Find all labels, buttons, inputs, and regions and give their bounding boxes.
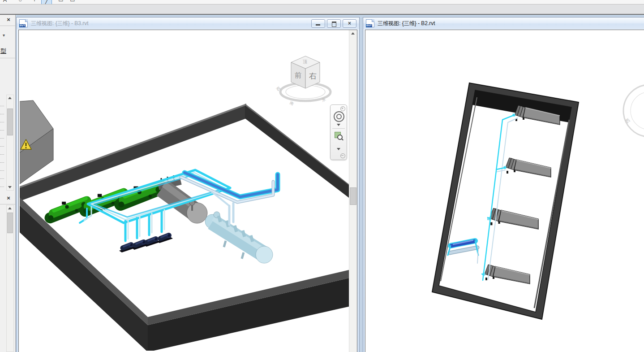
- ribbon-bottom-strip: A ○ + ╱ ▭ ▭: [0, 0, 644, 4]
- minimize-button[interactable]: [311, 19, 325, 28]
- svg-text:前: 前: [295, 71, 301, 79]
- close-hidden-windows-icon[interactable]: ▭: [56, 0, 65, 4]
- plus-tool-icon[interactable]: +: [31, 0, 38, 4]
- view-window-b2: RVT 三维视图: {三维} - B2.rvt: [363, 17, 644, 352]
- scroll-thumb[interactable]: [7, 213, 13, 233]
- zoom-dropdown-icon[interactable]: [337, 148, 340, 150]
- scroll-down-icon[interactable]: [8, 186, 12, 188]
- titlebar-b3[interactable]: RVT 三维视图: {三维} - B3.rvt ×: [17, 17, 359, 29]
- divider: [332, 128, 345, 129]
- project-browser-sliver: ×: [0, 193, 16, 352]
- rvt-file-icon: RVT: [366, 19, 374, 27]
- property-grid-rows: [0, 98, 4, 195]
- revit-mdi-workspace: { "ribbon_icons": [ {"name": "text-a-ico…: [0, 0, 644, 352]
- close-button[interactable]: ×: [343, 19, 356, 28]
- restore-button[interactable]: [327, 19, 341, 28]
- viewport-scrollbar[interactable]: [349, 30, 357, 352]
- navigation-bar[interactable]: [330, 104, 347, 160]
- wheel-dropdown-icon[interactable]: [337, 124, 340, 126]
- browser-close-button[interactable]: ×: [4, 194, 13, 202]
- type-selector-dropdown-icon[interactable]: ▾: [3, 33, 5, 38]
- navbar-minimize-icon[interactable]: [340, 153, 345, 158]
- compass-south-label[interactable]: 南: [289, 100, 295, 106]
- scroll-thumb[interactable]: [7, 109, 13, 135]
- room-walls[interactable]: [20, 104, 349, 351]
- rvt-file-icon: RVT: [19, 19, 28, 27]
- viewport-b2[interactable]: 西: [365, 30, 644, 352]
- viewcube-compass-partial[interactable]: 西: [623, 85, 644, 137]
- scroll-up-icon[interactable]: [8, 97, 12, 99]
- titlebar-b2[interactable]: RVT 三维视图: {三维} - B2.rvt: [363, 17, 644, 29]
- steering-wheel-icon[interactable]: [334, 111, 344, 122]
- scroll-thumb[interactable]: [350, 187, 356, 205]
- text-a-icon[interactable]: A: [1, 0, 9, 4]
- manifold-tank[interactable]: [205, 212, 273, 263]
- viewcube[interactable]: 西 南 东 顶 前 右: [274, 50, 341, 107]
- properties-panel-sliver: × ▾ 型: [0, 15, 16, 193]
- circle-tool-icon[interactable]: ○: [16, 0, 24, 4]
- divider: [0, 204, 15, 204]
- scene-b2-fan-room[interactable]: 西: [365, 30, 644, 351]
- view-window-b3: RVT 三维视图: {三维} - B3.rvt ×: [16, 17, 360, 352]
- compass-west-label: 西: [624, 117, 631, 124]
- menu-strip: [0, 4, 644, 15]
- svg-text:顶: 顶: [303, 59, 307, 64]
- navbar-close-icon[interactable]: [340, 106, 345, 111]
- scroll-up-icon[interactable]: [351, 32, 355, 35]
- zoom-icon[interactable]: [335, 132, 341, 138]
- browser-scrollbar[interactable]: [6, 205, 14, 352]
- viewport-b3[interactable]: 西 南 东 顶 前 右: [18, 30, 357, 352]
- divider: [0, 26, 15, 26]
- window-title: 三维视图: {三维} - B3.rvt: [31, 20, 89, 27]
- thin-lines-icon[interactable]: ╱: [41, 0, 52, 4]
- pump-4[interactable]: [157, 233, 173, 243]
- edit-type-link[interactable]: 型: [0, 47, 6, 55]
- switch-windows-icon[interactable]: ▭: [68, 0, 77, 4]
- pump-1[interactable]: [119, 242, 135, 252]
- window-title: 三维视图: {三维} - B2.rvt: [378, 20, 435, 27]
- divider: [0, 58, 15, 58]
- properties-scrollbar[interactable]: [6, 95, 14, 191]
- scroll-up-icon[interactable]: [8, 207, 12, 209]
- properties-close-button[interactable]: ×: [4, 16, 13, 24]
- svg-text:右: 右: [309, 72, 317, 80]
